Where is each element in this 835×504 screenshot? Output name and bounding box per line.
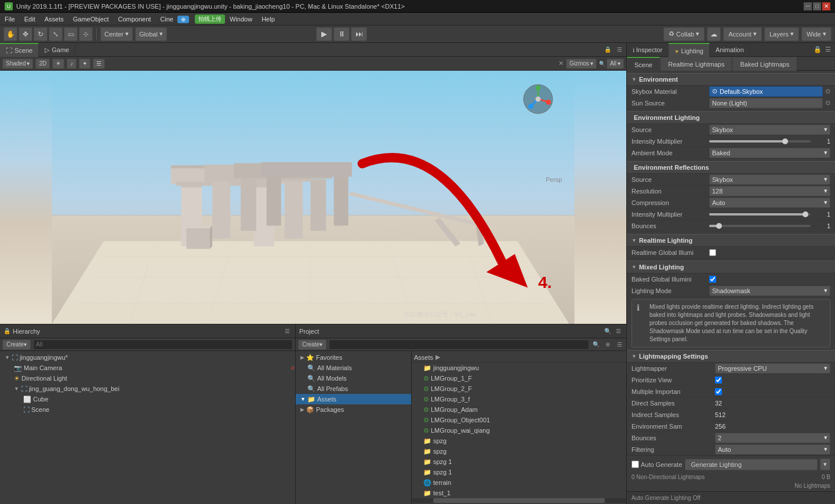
project-toggle1[interactable]: ⊕ [603, 340, 612, 349]
ambient-mode-dropdown[interactable]: Baked ▾ [709, 148, 830, 158]
tab-scene[interactable]: ⛶ Scene [0, 43, 39, 57]
bounces-slider[interactable] [709, 225, 811, 227]
tree-item-dirlight[interactable]: ☀ Directional Light [0, 373, 295, 384]
lighting-toggle[interactable]: ☀ [52, 59, 64, 69]
file-lm-obj[interactable]: ⚙ LMGroup_Object001 [412, 415, 626, 425]
generate-dropdown-btn[interactable]: ▾ [820, 458, 830, 470]
mixed-section[interactable]: ▼ Mixed Lighting [627, 261, 835, 273]
auto-gen-checkbox[interactable] [631, 461, 639, 468]
slider-thumb[interactable] [782, 138, 788, 144]
tree-item-camera[interactable]: 📷 Main Camera ⊘ [0, 363, 295, 373]
minimize-button[interactable]: ─ [804, 2, 812, 10]
intensity-slider[interactable] [709, 140, 811, 143]
project-menu-btn[interactable]: ☰ [613, 327, 623, 336]
collab-button[interactable]: ♻ Collab ▾ [663, 27, 705, 41]
slider-thumb[interactable] [803, 211, 808, 217]
multiple-importance-checkbox[interactable] [715, 388, 722, 395]
shaded-dropdown[interactable]: Shaded ▾ [2, 59, 33, 69]
rotate-tool[interactable]: ↻ [34, 27, 48, 41]
lm-bounces-dropdown[interactable]: 2 ▾ [715, 433, 830, 443]
fx-toggle[interactable]: ✦ [79, 59, 90, 69]
environment-section-header[interactable]: ▼ Environment [627, 73, 835, 86]
env-source-dropdown[interactable]: Skybox ▾ [709, 125, 830, 135]
center-dropdown[interactable]: Center ▾ [100, 27, 133, 41]
tab-lighting[interactable]: ☀ Lighting [669, 43, 710, 57]
lm-settings-section[interactable]: ▼ Lightmapping Settings [627, 350, 835, 363]
hierarchy-create-btn[interactable]: Create ▾ [2, 339, 31, 350]
file-jingguang[interactable]: 📁 jingguangjingwu [412, 363, 626, 373]
reflect-intensity-slider[interactable] [709, 213, 811, 216]
upload-badge[interactable]: 拍线上传 [195, 14, 225, 24]
account-button[interactable]: Account ▾ [723, 27, 762, 41]
2d-toggle[interactable]: 2D [35, 59, 50, 69]
tree-item-scene[interactable]: ⛶ Scene [0, 404, 295, 415]
file-spzg2[interactable]: 📁 spzg [412, 446, 626, 456]
scene-viewport[interactable]: 4. Persp 关注微信公众号：V2_zxw [0, 71, 626, 324]
file-lm3[interactable]: ⚙ LMGroup_3_f [412, 394, 626, 404]
play-button[interactable]: ▶ [316, 27, 332, 41]
project-toggle2[interactable]: ☰ [615, 340, 624, 349]
pause-button[interactable]: ⏸ [333, 27, 350, 41]
menu-component[interactable]: Component [113, 13, 155, 25]
file-spzg1-1[interactable]: 📁 spzg 1 [412, 456, 626, 467]
tree-item-cube[interactable]: ⬜ Cube [0, 394, 295, 404]
scene-panel-menu[interactable]: ☰ [615, 45, 624, 54]
file-terrain[interactable]: 🌐 terrain [412, 477, 626, 488]
file-spzg1-2[interactable]: 📁 spzg 1 [412, 467, 626, 477]
close-scene-btn[interactable]: ✕ [558, 60, 564, 67]
menu-help[interactable]: Help [257, 13, 279, 25]
project-search[interactable] [329, 339, 589, 350]
project-folder-models[interactable]: 🔍 All Models [296, 373, 411, 384]
tab-animation[interactable]: Animation [710, 43, 750, 57]
ltab-baked[interactable]: Baked Lightmaps [732, 57, 797, 71]
layout-button[interactable]: Wide ▾ [801, 27, 832, 41]
project-scrollbar-thumb[interactable] [433, 498, 605, 503]
generate-lighting-btn[interactable]: Generate Lighting [685, 459, 818, 470]
hand-tool[interactable]: ✋ [3, 27, 17, 41]
skybox-dot-btn[interactable]: ⊙ [825, 87, 830, 95]
realtime-section[interactable]: ▼ Realtime Lighting [627, 234, 835, 247]
move-tool[interactable]: ✥ [19, 27, 32, 41]
reflect-source-dropdown[interactable]: Skybox ▾ [709, 174, 830, 185]
project-toolbar-search[interactable]: 🔍 [591, 340, 601, 349]
lightmapper-dropdown[interactable]: Progressive CPU ▾ [715, 363, 830, 374]
project-scrollbar[interactable] [412, 498, 626, 503]
compression-dropdown[interactable]: Auto ▾ [709, 198, 830, 208]
tree-item-jingguang-folder[interactable]: ▼ ⛶ jing_guang_dong_wu_hong_bei [0, 384, 295, 394]
file-spzg1[interactable]: 📁 spzg [412, 436, 626, 446]
project-create-btn[interactable]: Create ▾ [298, 339, 326, 350]
project-folder-assets[interactable]: ▼ 📁 Assets [296, 394, 411, 404]
menu-cine[interactable]: Cine ⊕ [155, 13, 194, 25]
env-reflect-section[interactable]: Environment Reflections [627, 161, 835, 174]
scene-panel-lock[interactable]: 🔒 [603, 45, 612, 54]
step-button[interactable]: ⏭ [351, 27, 367, 41]
ltab-realtime[interactable]: Realtime Lightmaps [660, 57, 732, 71]
close-button[interactable]: ✕ [822, 2, 830, 10]
menu-gameobject[interactable]: GameObject [68, 13, 114, 25]
transform-tool[interactable]: ⊹ [79, 27, 93, 41]
tab-game[interactable]: ▷ Game [39, 43, 75, 57]
sun-source-dropdown[interactable]: None (Light) [709, 98, 823, 108]
audio-toggle[interactable]: ♪ [67, 59, 77, 69]
gizmos-dropdown[interactable]: Gizmos ▾ [566, 59, 597, 69]
project-folder-prefabs[interactable]: 🔍 All Prefabs [296, 384, 411, 394]
rpanel-lock[interactable]: 🔒 [813, 45, 822, 54]
project-folder-materials[interactable]: 🔍 All Materials [296, 363, 411, 373]
layers-toggle[interactable]: ☰ [93, 59, 105, 69]
menu-window[interactable]: Window [225, 13, 257, 25]
resolution-dropdown[interactable]: 128 ▾ [709, 186, 830, 196]
slider-thumb[interactable] [716, 223, 722, 229]
project-folder-packages[interactable]: ▶ 📦 Packages [296, 404, 411, 415]
file-lm1[interactable]: ⚙ LMGroup_1_F [412, 373, 626, 384]
rect-tool[interactable]: ▭ [64, 27, 78, 41]
prioritize-checkbox[interactable] [715, 377, 722, 384]
filtering-dropdown[interactable]: Auto ▾ [715, 444, 830, 455]
project-folder-favorites[interactable]: ▶ ⭐ Favorites [296, 352, 411, 363]
skybox-material-field[interactable]: ⊙ Default-Skybox [709, 86, 823, 97]
project-search-btn[interactable]: 🔍 [603, 327, 612, 336]
scale-tool[interactable]: ⤡ [49, 27, 63, 41]
tab-inspector[interactable]: ℹ Inspector [627, 43, 669, 57]
file-lm-adam[interactable]: ⚙ LMGroup_Adam [412, 404, 626, 415]
lighting-mode-dropdown[interactable]: Shadowmask ▾ [709, 286, 830, 296]
menu-assets[interactable]: Assets [40, 13, 68, 25]
